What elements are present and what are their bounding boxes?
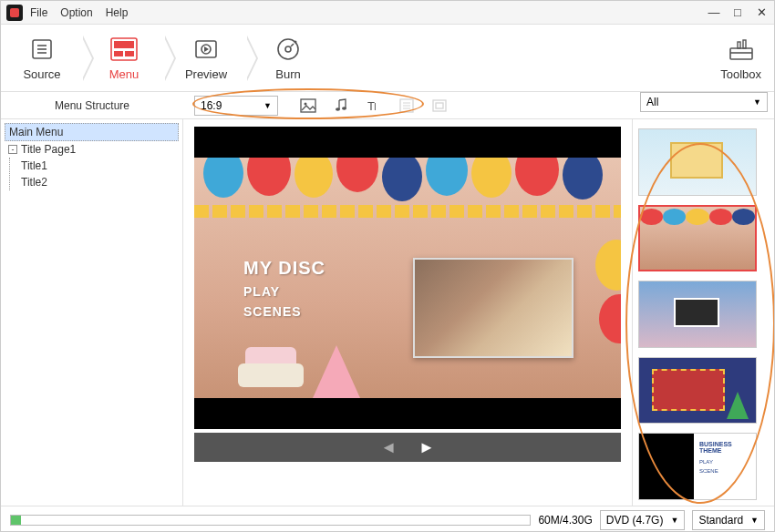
template-thumb-christmas[interactable] xyxy=(638,357,757,425)
disc-type-value: DVD (4.7G) xyxy=(606,514,664,527)
image-icon[interactable] xyxy=(300,97,316,114)
party-hat-decoration xyxy=(313,345,360,398)
menu-structure-label: Menu Structure xyxy=(1,99,183,112)
titlebar: File Option Help — □ ✕ xyxy=(1,1,774,25)
svg-point-20 xyxy=(305,102,307,105)
svg-rect-17 xyxy=(738,42,740,48)
tree-title-page[interactable]: - Title Page1 xyxy=(5,141,179,158)
template-business-scene: SCENE xyxy=(699,468,718,474)
svg-rect-7 xyxy=(125,51,134,56)
disc-type-select[interactable]: DVD (4.7G) ▼ xyxy=(600,510,686,530)
toolbox-button[interactable]: Toolbox xyxy=(720,35,761,81)
tab-burn-label: Burn xyxy=(247,67,329,81)
svg-point-22 xyxy=(342,107,346,110)
tree-title-page-label: Title Page1 xyxy=(21,143,76,156)
quality-value: Standard xyxy=(698,514,743,527)
tab-menu[interactable]: Menu xyxy=(83,35,165,81)
menu-file[interactable]: File xyxy=(30,6,47,19)
tab-preview[interactable]: Preview xyxy=(165,35,247,81)
tree-title1[interactable]: Title1 xyxy=(17,158,179,174)
menu-option[interactable]: Option xyxy=(60,6,92,19)
capacity-bar xyxy=(10,515,531,526)
svg-point-13 xyxy=(294,41,297,44)
chapter-icon[interactable] xyxy=(398,97,415,114)
svg-rect-18 xyxy=(743,40,746,48)
text-icon[interactable]: TI xyxy=(366,97,382,114)
capacity-fill xyxy=(11,516,21,525)
aspect-ratio-select[interactable]: 16:9 ▼ xyxy=(194,96,278,116)
template-business-play: PLAY xyxy=(699,459,713,465)
toolbox-icon xyxy=(720,35,761,64)
menubar: File Option Help xyxy=(30,6,128,19)
svg-point-12 xyxy=(285,46,291,52)
close-icon[interactable]: ✕ xyxy=(754,5,769,19)
preview-canvas[interactable]: MY DISC PLAY SCENES xyxy=(194,127,621,429)
tree-title2-label: Title2 xyxy=(21,176,47,189)
frame-icon[interactable] xyxy=(431,97,448,114)
template-filter-value: All xyxy=(646,96,658,108)
tool-icons: TI xyxy=(300,97,448,114)
preview-nav: ◄ ► xyxy=(194,433,621,462)
tab-source[interactable]: Source xyxy=(1,35,83,81)
svg-marker-10 xyxy=(204,46,209,52)
app-icon xyxy=(6,5,23,21)
next-arrow-icon[interactable]: ► xyxy=(418,438,435,457)
svg-rect-19 xyxy=(301,99,315,112)
tab-source-label: Source xyxy=(1,67,83,81)
chevron-down-icon: ▼ xyxy=(264,101,272,110)
minimize-icon[interactable]: — xyxy=(707,5,721,19)
video-frame[interactable] xyxy=(413,258,574,358)
menu-help[interactable]: Help xyxy=(106,6,129,19)
toolbox-label: Toolbox xyxy=(720,67,761,81)
svg-rect-30 xyxy=(433,100,446,111)
main-area: Main Menu - Title Page1 Title1 Title2 xyxy=(1,119,774,506)
statusbar: 60M/4.30G DVD (4.7G) ▼ Standard ▼ xyxy=(1,506,774,532)
cake-decoration xyxy=(238,347,304,398)
burn-icon xyxy=(247,35,329,64)
tree-panel: Main Menu - Title Page1 Title1 Title2 xyxy=(1,119,183,506)
svg-line-14 xyxy=(291,44,294,46)
menu-icon xyxy=(83,35,165,64)
play-link[interactable]: PLAY xyxy=(243,284,326,299)
disc-title[interactable]: MY DISC xyxy=(243,258,326,279)
template-thumb-blossom[interactable] xyxy=(638,281,757,348)
template-filter-select[interactable]: All ▼ xyxy=(640,92,768,112)
window-controls: — □ ✕ xyxy=(707,5,769,19)
tab-burn[interactable]: Burn xyxy=(247,35,329,81)
chevron-down-icon: ▼ xyxy=(750,516,759,525)
tab-menu-label: Menu xyxy=(83,67,165,81)
svg-rect-15 xyxy=(730,48,752,59)
music-icon[interactable] xyxy=(333,97,349,114)
template-panel: All ▼ BUSINESS THEMEPLAYSCENE xyxy=(632,119,774,506)
preview-icon xyxy=(165,35,247,64)
chevron-down-icon: ▼ xyxy=(753,97,761,107)
tree-expander-icon[interactable]: - xyxy=(8,145,17,154)
source-icon xyxy=(1,35,83,64)
capacity-text: 60M/4.30G xyxy=(538,514,592,527)
preview-scene: MY DISC PLAY SCENES xyxy=(194,158,621,398)
prev-arrow-icon[interactable]: ◄ xyxy=(380,438,397,457)
svg-text:I: I xyxy=(374,102,377,112)
maximize-icon[interactable]: □ xyxy=(730,5,745,19)
tab-preview-label: Preview xyxy=(165,67,247,81)
aspect-ratio-value: 16:9 xyxy=(201,99,222,112)
template-list[interactable]: BUSINESS THEMEPLAYSCENE xyxy=(638,128,769,500)
preview-panel: MY DISC PLAY SCENES ◄ ► xyxy=(183,119,632,506)
tree-title2[interactable]: Title2 xyxy=(17,174,179,190)
scenes-link[interactable]: SCENES xyxy=(243,304,326,319)
template-thumb-balloons[interactable] xyxy=(638,205,757,272)
svg-rect-6 xyxy=(114,51,123,56)
svg-rect-5 xyxy=(114,41,134,48)
tree-main-menu[interactable]: Main Menu xyxy=(5,123,179,141)
step-tabs: Source Menu Preview Burn Toolbox xyxy=(1,25,774,92)
tree-title1-label: Title1 xyxy=(21,159,47,172)
chevron-down-icon: ▼ xyxy=(670,516,678,525)
template-thumb-business[interactable]: BUSINESS THEMEPLAYSCENE xyxy=(638,433,757,500)
svg-rect-31 xyxy=(436,103,443,108)
tree-main-menu-label: Main Menu xyxy=(9,126,63,138)
template-business-title: BUSINESS THEME xyxy=(699,441,756,454)
quality-select[interactable]: Standard ▼ xyxy=(692,510,765,530)
template-thumb-baby[interactable] xyxy=(638,128,757,196)
